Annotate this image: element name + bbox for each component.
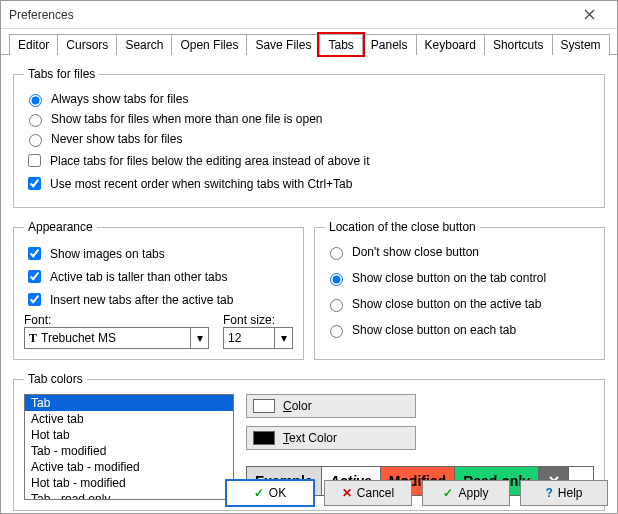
tab-system[interactable]: System [552, 34, 610, 55]
tab-open-files[interactable]: Open Files [171, 34, 247, 55]
radio-never-label: Never show tabs for files [51, 132, 182, 146]
tab-shortcuts[interactable]: Shortcuts [484, 34, 553, 55]
radio-cb-control-label: Show close button on the tab control [352, 271, 546, 285]
tab-editor[interactable]: Editor [9, 34, 58, 55]
radio-cb-none[interactable] [330, 247, 343, 260]
radio-multi[interactable] [29, 114, 42, 127]
check-show-images[interactable] [28, 247, 41, 260]
radio-cb-active[interactable] [330, 299, 343, 312]
list-item[interactable]: Active tab [25, 411, 233, 427]
radio-cb-control[interactable] [330, 273, 343, 286]
check-insert-after-label: Insert new tabs after the active tab [50, 293, 233, 307]
font-size-combo[interactable]: 12 ▾ [223, 327, 293, 349]
titlebar: Preferences [1, 1, 617, 29]
check-show-images-label: Show images on tabs [50, 247, 165, 261]
tab-panels[interactable]: Panels [362, 34, 417, 55]
tab-cursors[interactable]: Cursors [57, 34, 117, 55]
window-title: Preferences [9, 8, 569, 22]
tabs-for-files-legend: Tabs for files [24, 67, 99, 81]
cancel-button[interactable]: ✕Cancel [324, 480, 412, 506]
x-icon: ✕ [342, 486, 352, 500]
appearance-group: Appearance Show images on tabs Active ta… [13, 220, 304, 360]
close-icon[interactable] [569, 1, 609, 29]
textcolor-button[interactable]: Text Color [246, 426, 416, 450]
tab-colors-legend: Tab colors [24, 372, 87, 386]
tab-save-files[interactable]: Save Files [246, 34, 320, 55]
color-swatch [253, 399, 275, 413]
textcolor-button-label: Text Color [283, 431, 337, 445]
radio-always-label: Always show tabs for files [51, 92, 188, 106]
tabs-row: Editor Cursors Search Open Files Save Fi… [1, 29, 617, 55]
radio-cb-each[interactable] [330, 325, 343, 338]
chevron-down-icon[interactable]: ▾ [190, 328, 208, 348]
check-mru[interactable] [28, 177, 41, 190]
chevron-down-icon[interactable]: ▾ [274, 328, 292, 348]
check-taller[interactable] [28, 270, 41, 283]
list-item[interactable]: Tab [25, 395, 233, 411]
check-insert-after[interactable] [28, 293, 41, 306]
help-icon: ? [545, 486, 552, 500]
font-size-label: Font size: [223, 313, 293, 327]
check-icon: ✓ [254, 486, 264, 500]
list-item[interactable]: Tab - modified [25, 443, 233, 459]
font-value: Trebuchet MS [41, 331, 116, 345]
check-mru-label: Use most recent order when switching tab… [50, 177, 352, 191]
close-button-group: Location of the close button Don't show … [314, 220, 605, 360]
radio-always[interactable] [29, 94, 42, 107]
close-button-legend: Location of the close button [325, 220, 480, 234]
radio-multi-label: Show tabs for files when more than one f… [51, 112, 323, 126]
ok-button[interactable]: ✓OK [226, 480, 314, 506]
apply-button[interactable]: ✓Apply [422, 480, 510, 506]
radio-never[interactable] [29, 134, 42, 147]
footer-buttons: ✓OK ✕Cancel ✓Apply ?Help [226, 480, 608, 506]
list-item[interactable]: Hot tab - modified [25, 475, 233, 491]
check-below[interactable] [28, 154, 41, 167]
radio-cb-each-label: Show close button on each tab [352, 323, 516, 337]
color-button-label: Color [283, 399, 312, 413]
tab-colors-listbox[interactable]: Tab Active tab Hot tab Tab - modified Ac… [24, 394, 234, 500]
color-button[interactable]: Color [246, 394, 416, 418]
tab-search[interactable]: Search [116, 34, 172, 55]
font-label: Font: [24, 313, 209, 327]
textcolor-swatch [253, 431, 275, 445]
radio-cb-active-label: Show close button on the active tab [352, 297, 541, 311]
check-below-label: Place tabs for files below the editing a… [50, 154, 370, 168]
check-icon: ✓ [443, 486, 453, 500]
check-taller-label: Active tab is taller than other tabs [50, 270, 227, 284]
font-size-value: 12 [228, 331, 241, 345]
radio-cb-none-label: Don't show close button [352, 245, 479, 259]
list-item[interactable]: Hot tab [25, 427, 233, 443]
tabs-for-files-group: Tabs for files Always show tabs for file… [13, 67, 605, 208]
font-type-icon: T [29, 331, 37, 346]
content-area: Tabs for files Always show tabs for file… [1, 55, 617, 514]
appearance-legend: Appearance [24, 220, 97, 234]
list-item[interactable]: Active tab - modified [25, 459, 233, 475]
list-item[interactable]: Tab - read only [25, 491, 233, 500]
tab-tabs[interactable]: Tabs [319, 34, 362, 55]
help-button[interactable]: ?Help [520, 480, 608, 506]
font-combo[interactable]: T Trebuchet MS ▾ [24, 327, 209, 349]
tab-keyboard[interactable]: Keyboard [416, 34, 485, 55]
